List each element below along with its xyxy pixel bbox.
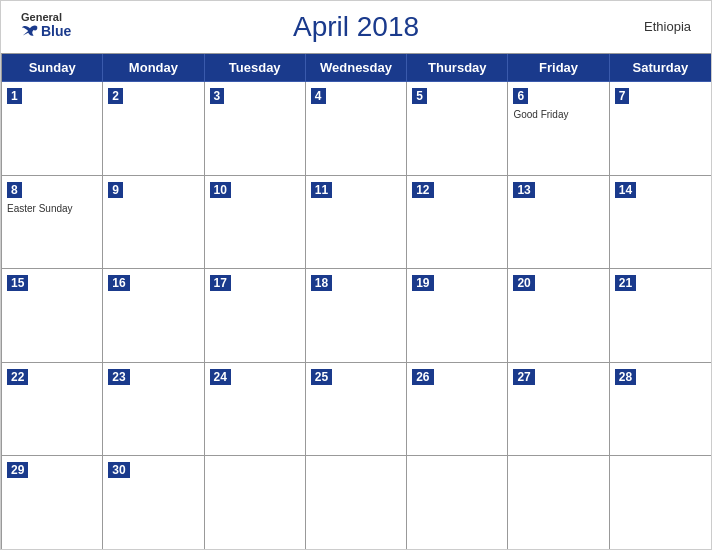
day-number: 17	[210, 275, 231, 291]
header-tuesday: Tuesday	[205, 54, 306, 82]
day-cell-3-2: 24	[205, 363, 306, 456]
day-cell-2-0: 15	[2, 269, 103, 362]
day-number: 4	[311, 88, 326, 104]
day-number: 19	[412, 275, 433, 291]
week-row-4: 22232425262728	[2, 363, 711, 457]
day-number: 5	[412, 88, 427, 104]
day-number: 18	[311, 275, 332, 291]
day-number: 30	[108, 462, 129, 478]
day-cell-4-1: 30	[103, 456, 204, 549]
day-number: 7	[615, 88, 630, 104]
week-row-1: 123456Good Friday7	[2, 82, 711, 176]
day-number: 24	[210, 369, 231, 385]
day-cell-4-0: 29	[2, 456, 103, 549]
day-number: 15	[7, 275, 28, 291]
day-number: 1	[7, 88, 22, 104]
header-monday: Monday	[103, 54, 204, 82]
day-number: 11	[311, 182, 332, 198]
day-cell-1-3: 11	[306, 176, 407, 269]
day-number: 21	[615, 275, 636, 291]
calendar-grid: Sunday Monday Tuesday Wednesday Thursday…	[1, 53, 711, 549]
day-number: 22	[7, 369, 28, 385]
day-number: 27	[513, 369, 534, 385]
day-number: 6	[513, 88, 528, 104]
week-row-5: 2930	[2, 456, 711, 549]
day-cell-4-2	[205, 456, 306, 549]
logo-blue-text: Blue	[21, 23, 71, 39]
day-number: 9	[108, 182, 123, 198]
day-cell-1-1: 9	[103, 176, 204, 269]
week-row-3: 15161718192021	[2, 269, 711, 363]
holiday-name: Easter Sunday	[7, 202, 97, 215]
day-cell-1-5: 13	[508, 176, 609, 269]
holiday-name: Good Friday	[513, 108, 603, 121]
header-wednesday: Wednesday	[306, 54, 407, 82]
day-number: 10	[210, 182, 231, 198]
day-cell-0-4: 5	[407, 82, 508, 175]
day-number: 12	[412, 182, 433, 198]
day-cell-0-6: 7	[610, 82, 711, 175]
day-cell-4-5	[508, 456, 609, 549]
day-cell-3-6: 28	[610, 363, 711, 456]
day-cell-2-6: 21	[610, 269, 711, 362]
day-cell-3-4: 26	[407, 363, 508, 456]
day-cell-1-0: 8Easter Sunday	[2, 176, 103, 269]
day-cell-2-2: 17	[205, 269, 306, 362]
day-number: 16	[108, 275, 129, 291]
country-label: Ethiopia	[644, 19, 691, 34]
day-cell-2-1: 16	[103, 269, 204, 362]
day-number: 29	[7, 462, 28, 478]
logo-bird-icon	[21, 24, 39, 38]
day-cell-0-2: 3	[205, 82, 306, 175]
calendar-header: General Blue April 2018 Ethiopia	[1, 1, 711, 53]
day-number: 28	[615, 369, 636, 385]
day-cell-2-5: 20	[508, 269, 609, 362]
header-saturday: Saturday	[610, 54, 711, 82]
day-cell-2-4: 19	[407, 269, 508, 362]
logo: General Blue	[21, 11, 71, 39]
day-number: 23	[108, 369, 129, 385]
week-row-2: 8Easter Sunday91011121314	[2, 176, 711, 270]
day-headers-row: Sunday Monday Tuesday Wednesday Thursday…	[2, 54, 711, 82]
day-number: 2	[108, 88, 123, 104]
header-thursday: Thursday	[407, 54, 508, 82]
logo-general-text: General	[21, 11, 62, 23]
day-number: 25	[311, 369, 332, 385]
day-cell-2-3: 18	[306, 269, 407, 362]
day-cell-3-3: 25	[306, 363, 407, 456]
day-cell-1-4: 12	[407, 176, 508, 269]
header-sunday: Sunday	[2, 54, 103, 82]
calendar-container: General Blue April 2018 Ethiopia Sunday …	[0, 0, 712, 550]
day-number: 8	[7, 182, 22, 198]
day-cell-0-0: 1	[2, 82, 103, 175]
month-title: April 2018	[293, 11, 419, 43]
day-number: 26	[412, 369, 433, 385]
day-cell-4-3	[306, 456, 407, 549]
header-friday: Friday	[508, 54, 609, 82]
day-cell-0-3: 4	[306, 82, 407, 175]
day-number: 13	[513, 182, 534, 198]
day-cell-0-1: 2	[103, 82, 204, 175]
day-cell-4-6	[610, 456, 711, 549]
day-cell-3-1: 23	[103, 363, 204, 456]
day-cell-3-0: 22	[2, 363, 103, 456]
day-cell-0-5: 6Good Friday	[508, 82, 609, 175]
day-number: 14	[615, 182, 636, 198]
calendar-weeks: 123456Good Friday78Easter Sunday91011121…	[2, 82, 711, 549]
day-cell-3-5: 27	[508, 363, 609, 456]
day-cell-1-6: 14	[610, 176, 711, 269]
day-number: 20	[513, 275, 534, 291]
day-cell-4-4	[407, 456, 508, 549]
day-number: 3	[210, 88, 225, 104]
day-cell-1-2: 10	[205, 176, 306, 269]
